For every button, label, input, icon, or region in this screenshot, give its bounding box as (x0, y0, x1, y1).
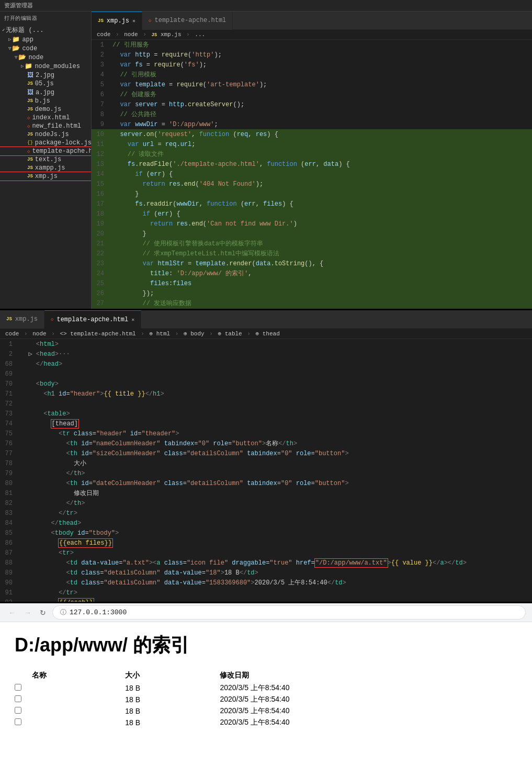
top-tab-bar: JS xmp.js ✕ ◇ template-apche.html (92, 12, 532, 30)
file-table: 名称 大小 修改日期 18 B 2020/3/5 上午8:54:40 18 B … (15, 669, 517, 728)
browser-toolbar: ← → ↻ ⓘ 127.0.0.1:3000 (0, 603, 532, 622)
code-line-28: 28 res.end(htmlStr); (92, 308, 532, 309)
col-header-name[interactable]: 名称 (32, 669, 125, 682)
sidebar-item-node-modules[interactable]: ▷ 📁 node_modules (0, 62, 91, 71)
code-table: 1 // 引用服务 2 var http = require('http'); … (92, 40, 532, 309)
refresh-button[interactable]: ↻ (38, 606, 48, 619)
sidebar: 打开的编辑器 ✓ 无标题 (... ▷ 📁 app ▽ 📂 code (0, 12, 92, 309)
bottom-tab-bar: JS xmp.js ◇ template-apche.html ✕ (0, 310, 532, 329)
row-name (32, 705, 125, 717)
row-name (32, 717, 125, 728)
code-line-14: 14 if (err) { (92, 169, 532, 179)
top-code-area[interactable]: 1 // 引用服务 2 var http = require('http'); … (92, 40, 532, 309)
sidebar-item-packagejson[interactable]: {} package-lock.json (0, 139, 91, 147)
sidebar-item-xamppjs[interactable]: JS xampp.js (0, 164, 91, 172)
sidebar-item-ajpg[interactable]: 🖼 a.jpg (0, 88, 91, 97)
html-line-90: 90 <td class="detailsColumn" data-value=… (0, 578, 532, 588)
chevron-icon: ▷ (8, 37, 11, 42)
row-size: 18 B (125, 694, 220, 705)
code-line-20: 20 } (92, 229, 532, 239)
address-bar[interactable]: ⓘ 127.0.0.1:3000 (52, 605, 526, 620)
title-bar-label: 资源管理器 (4, 2, 33, 9)
sidebar-item-nodejsjs[interactable]: JS nodeJs.js (0, 130, 91, 139)
url-text: 127.0.0.1:3000 (70, 609, 127, 616)
sidebar-item-code[interactable]: ▽ 📂 code (0, 44, 91, 53)
col-header-size[interactable]: 大小 (125, 669, 220, 682)
code-line-1: 1 // 引用服务 (92, 40, 532, 50)
sidebar-item-node[interactable]: ▽ 📂 node (0, 53, 91, 62)
html-code-table: 1 <html> 2 ▷ <head>··· 68 </head> (0, 339, 532, 602)
code-line-7: 7 var server = http.createServer(); (92, 99, 532, 109)
code-line-19: 19 return res.end('Can not find www Dir.… (92, 219, 532, 229)
tab-templatehtml[interactable]: ◇ template-apche.html (142, 12, 233, 30)
html-line-76: 76 <th id="nameColumnHeader" tabindex="0… (0, 438, 532, 448)
code-line-27: 27 // 发送响应数据 (92, 298, 532, 308)
browser-panel: ← → ↻ ⓘ 127.0.0.1:3000 D:/app/www/ 的索引 名… (0, 602, 532, 777)
code-line-12: 12 // 读取文件 (92, 149, 532, 159)
code-line-5: 5 var template = require('art-template')… (92, 80, 532, 89)
table-row: 18 B 2020/3/5 上午8:54:40 (15, 705, 517, 717)
sidebar-item-bjs[interactable]: JS b.js (0, 97, 91, 105)
js-icon: JS (27, 107, 33, 112)
tab-templatehtml-2[interactable]: ◇ template-apche.html ✕ (44, 310, 141, 329)
col-header-date[interactable]: 修改日期 (220, 669, 517, 682)
table-row: 18 B 2020/3/5 上午8:54:40 (15, 682, 517, 694)
back-button[interactable]: ← (6, 606, 18, 619)
table-row: 18 B 2020/3/5 上午8:54:40 (15, 694, 517, 705)
code-line-9: 9 var wwwDir = 'D:/app/www'; (92, 119, 532, 129)
tab-xmpjs[interactable]: JS xmp.js ✕ (92, 12, 142, 30)
js-icon: JS (27, 174, 33, 179)
code-line-4: 4 // 引用模板 (92, 70, 532, 80)
html-icon: ◇ (27, 115, 30, 121)
code-line-24: 24 title: 'D:/app/www/ 的索引', (92, 268, 532, 278)
code-line-23: 23 var htmlStr = template.render(data.to… (92, 258, 532, 268)
close-tab-icon[interactable]: ✕ (132, 18, 135, 24)
html-line-82: 82 </th> (0, 498, 532, 508)
sidebar-item-demojs[interactable]: JS demo.js (0, 105, 91, 114)
html-tab-icon: ◇ (51, 317, 53, 322)
row-date: 2020/3/5 上午8:54:40 (220, 705, 517, 717)
sidebar-item-05js[interactable]: JS 05.js (0, 80, 91, 88)
html-line-92: 92 {{/each}} (0, 598, 532, 602)
row-checkbox[interactable] (15, 705, 32, 717)
row-checkbox[interactable] (15, 694, 32, 705)
lock-icon: ⓘ (60, 608, 66, 617)
html-line-78: 78 大小 (0, 458, 532, 468)
table-row: 18 B 2020/3/5 上午8:54:40 (15, 717, 517, 728)
page-title: D:/app/www/ 的索引 (15, 633, 517, 658)
forward-button[interactable]: → (22, 606, 33, 619)
code-line-8: 8 // 公共路径 (92, 109, 532, 119)
chevron-icon: ▽ (15, 54, 17, 60)
tab-xmpjs-2[interactable]: JS xmp.js (0, 310, 44, 329)
html-line-73: 73 <table> (0, 409, 532, 419)
sidebar-item-2jpg[interactable]: 🖼 2.jpg (0, 71, 91, 80)
html-line-69: 69 (0, 369, 532, 379)
sidebar-item-xmpjs[interactable]: JS xmp.js (0, 172, 91, 181)
sidebar-item-textjs[interactable]: JS text.js (0, 155, 91, 164)
col-header-checkbox (15, 669, 32, 682)
sidebar-workspace-root[interactable]: ✓ 无标题 (... (0, 25, 91, 35)
html-line-75: 75 <tr class="header" id="theader"> (0, 429, 532, 438)
code-line-21: 21 // 使用模板引擎替换data中的模板字符串 (92, 239, 532, 249)
html-line-81: 81 修改日期 (0, 488, 532, 498)
html-line-70: 70 <body> (0, 379, 532, 389)
folder-icon: 📂 (18, 53, 26, 61)
row-checkbox[interactable] (15, 717, 32, 728)
sidebar-item-indexhtml[interactable]: ◇ index.html (0, 114, 91, 122)
sidebar-item-newfilehtml[interactable]: ◇ new_file.html (0, 122, 91, 130)
chevron-icon: ▽ (8, 46, 11, 51)
code-line-10: 10 server.on('request', function (req, r… (92, 129, 532, 139)
close-tab-icon[interactable]: ✕ (131, 317, 134, 323)
html-line-83: 83 </tr> (0, 508, 532, 518)
sidebar-item-app[interactable]: ▷ 📁 app (0, 35, 91, 44)
bottom-code-area[interactable]: 1 <html> 2 ▷ <head>··· 68 </head> (0, 339, 532, 602)
html-line-2: 2 ▷ <head>··· (0, 349, 532, 359)
browser-content: D:/app/www/ 的索引 名称 大小 修改日期 18 B 2020/3/5… (0, 622, 532, 739)
sidebar-item-templatehtml[interactable]: ◇ template-apche.html (0, 147, 91, 155)
code-line-6: 6 // 创建服务 (92, 89, 532, 99)
row-checkbox[interactable] (15, 682, 32, 694)
row-name (32, 682, 125, 694)
workspace-label: 无标题 (... (6, 26, 43, 35)
row-size: 18 B (125, 705, 220, 717)
code-line-15: 15 return res.end('404 Not Found'); (92, 179, 532, 189)
